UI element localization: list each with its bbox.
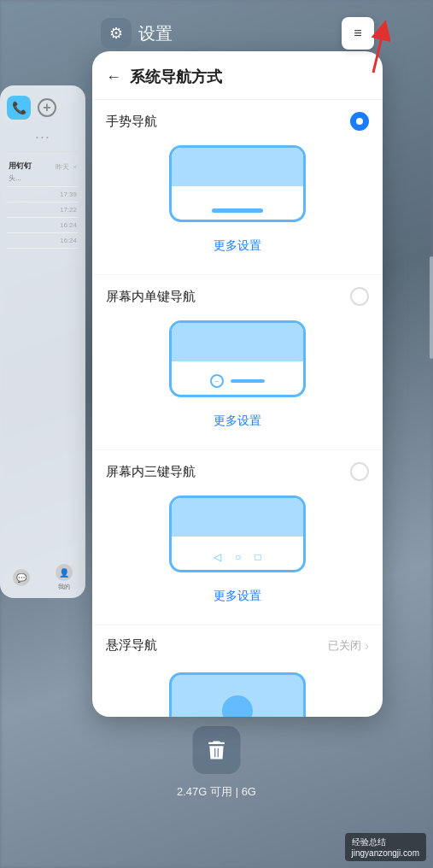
settings-panel-title: 系统导航方式 (130, 67, 222, 87)
floating-status-text: 已关闭 (328, 638, 361, 654)
watermark-line1: 经验总结 (352, 836, 420, 848)
gesture-more-settings[interactable]: 更多设置 (106, 233, 369, 262)
single-btn-nav-indicator: − (210, 374, 265, 388)
chevron-right-icon: › (365, 639, 369, 653)
gesture-nav-option[interactable]: 手势导航 更多设置 (92, 100, 383, 275)
phone-fill (172, 148, 303, 186)
single-nav-radio[interactable] (350, 287, 369, 306)
gesture-nav-diagram (161, 141, 314, 226)
list-item[interactable]: 16:24 (7, 218, 79, 233)
phone-fill-three (172, 498, 303, 537)
list-item[interactable]: 17:39 (7, 187, 79, 202)
single-more-settings[interactable]: 更多设置 (106, 408, 369, 437)
phone-icon: 📞 (7, 96, 31, 120)
single-btn-circle: − (210, 374, 224, 388)
chat-title: 用钉钉 (9, 161, 32, 172)
chat-time: 17:39 (60, 191, 77, 198)
chat-preview: 头... (9, 173, 77, 183)
single-btn-line (231, 379, 265, 383)
more-dots: ··· (7, 128, 79, 146)
watermark: 经验总结 jingyanzongji.com (345, 833, 427, 861)
annotation-arrow (322, 13, 390, 81)
chat-time: 17:22 (60, 206, 77, 214)
list-item[interactable]: 用钉钉 昨天 × 头... (7, 157, 79, 187)
left-app-sidebar: 📞 + ··· 用钉钉 昨天 × 头... 17:39 17:22 16:24 (0, 85, 85, 598)
app-title: 设置 (138, 22, 173, 45)
gesture-nav-radio[interactable] (350, 112, 369, 131)
trash-button[interactable] (193, 726, 241, 774)
single-nav-option[interactable]: 屏幕内单键导航 − 更多设置 (92, 275, 383, 450)
single-nav-label: 屏幕内单键导航 (106, 289, 196, 305)
svg-line-1 (373, 30, 383, 73)
app-title-area: ⚙ 设置 (101, 18, 173, 49)
settings-app-icon: ⚙ (101, 18, 132, 49)
bottom-nav: 💬 👤 我的 (0, 564, 85, 591)
chat-time: 昨天 (56, 162, 69, 172)
three-btn-nav-indicator: ◁ ○ □ (214, 551, 261, 563)
three-nav-diagram: ◁ ○ □ (161, 491, 314, 577)
floating-nav-option[interactable]: 悬浮导航 已关闭 › (92, 625, 383, 666)
recent-btn-icon: □ (255, 551, 261, 563)
storage-info: 2.47G 可用 | 6G (177, 784, 256, 800)
chat-time: 16:24 (60, 221, 77, 229)
list-item[interactable]: 17:22 (7, 202, 79, 218)
gesture-indicator (212, 208, 263, 213)
scroll-indicator[interactable] (430, 256, 433, 359)
left-app-header: 📞 + (7, 96, 79, 120)
nav-label-profile: 我的 (58, 583, 70, 591)
divider (7, 151, 79, 152)
phone-fill-single (172, 323, 303, 361)
gesture-nav-label: 手势导航 (106, 114, 157, 130)
three-more-settings[interactable]: 更多设置 (106, 584, 369, 613)
list-item[interactable]: 16:24 (7, 233, 79, 249)
profile-icon: 👤 (56, 564, 73, 581)
nav-item-messages[interactable]: 💬 (13, 569, 30, 586)
floating-nav-preview (92, 666, 383, 717)
floating-nav-status: 已关闭 › (328, 638, 369, 654)
settings-panel: ← 系统导航方式 手势导航 更多设置 屏幕内单键导航 (92, 51, 383, 717)
nav-item-profile[interactable]: 👤 我的 (56, 564, 73, 591)
floating-nav-label: 悬浮导航 (106, 637, 157, 654)
trash-icon (205, 738, 229, 762)
add-button[interactable]: + (38, 98, 56, 117)
close-button[interactable]: × (73, 163, 77, 171)
three-nav-option[interactable]: 屏幕内三键导航 ◁ ○ □ 更多设置 (92, 450, 383, 625)
three-nav-label: 屏幕内三键导航 (106, 464, 196, 480)
watermark-line2: jingyanzongji.com (352, 848, 420, 858)
chat-time: 16:24 (60, 237, 77, 244)
phone-frame (169, 145, 306, 222)
single-nav-diagram: − (161, 316, 314, 402)
back-btn-icon: ◁ (214, 551, 221, 563)
messages-icon: 💬 (13, 569, 30, 586)
back-button[interactable]: ← (106, 68, 121, 86)
three-nav-radio[interactable] (350, 462, 369, 481)
phone-frame-three: ◁ ○ □ (169, 496, 306, 572)
phone-frame-single: − (169, 320, 306, 397)
home-btn-icon: ○ (235, 551, 241, 563)
bottom-area: 2.47G 可用 | 6G (177, 726, 256, 800)
